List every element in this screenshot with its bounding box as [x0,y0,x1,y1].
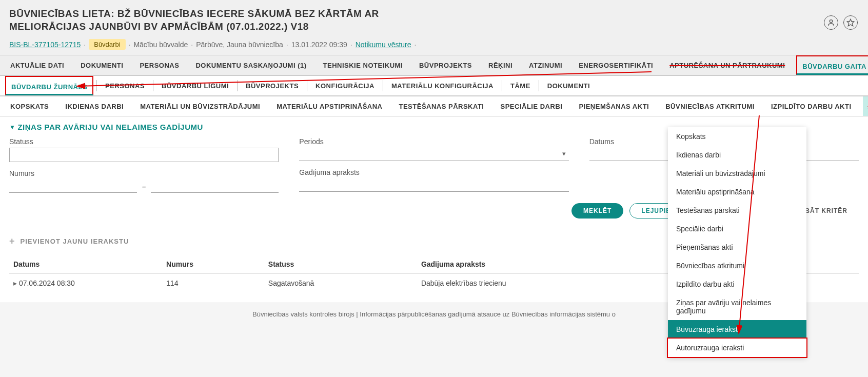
tab-dokumenti-2[interactable]: DOKUMENTI [542,76,595,95]
periods-select[interactable] [299,148,568,161]
th-numurs[interactable]: Numurs [162,255,264,274]
tab-kopskats[interactable]: KOPSKATS [5,96,54,116]
nav-level-3: KOPSKATS IKDIENAS DARBI MATERIĀLI UN BŪV… [0,96,868,116]
dropdown-item[interactable]: Ziņas par avāriju vai nelaimes gadījumu [668,293,806,320]
th-datums[interactable]: Datums [9,255,162,274]
range-dash: – [142,183,146,190]
user-icon[interactable] [824,15,838,30]
type-text: Pārbūve, Jauna būvniecība [196,41,283,49]
authority-text: Mācību būvvalde [133,41,188,49]
tab-buvprojekts-2[interactable]: BŪVPROJEKTS [241,76,304,95]
dropdown-item[interactable]: Kopskats [668,127,806,146]
add-record-label: PIEVIENOT JAUNU IERAKSTU [21,237,129,245]
caret-down-icon: ▼ [9,124,15,131]
tab-ikdienas[interactable]: IKDIENAS DARBI [60,96,129,116]
tab-specialie[interactable]: SPECIĀLIE DARBI [495,96,567,116]
nav-level-2: BŪVDARBU ŽURNĀLS PERSONAS BŪVDARBU LĪGUM… [0,75,868,96]
nav-level-1: AKTUĀLIE DATI DOKUMENTI PERSONAS DOKUMEN… [0,55,868,75]
tab-rekini[interactable]: RĒĶINI [483,55,518,75]
tab-izpildito[interactable]: IZPILDĪTO DARBU AKTI [766,96,857,116]
status-input[interactable] [9,148,279,162]
cell-datums: 07.06.2024 08:30 [9,274,162,293]
more-dropdown: KopskatsIkdienas darbiMateriāli un būviz… [668,127,806,325]
numurs-label: Numurs [9,169,279,177]
tab-energo[interactable]: ENERGOSERTIFIKĀTI [574,55,658,75]
status-badge: Būvdarbi [89,39,125,50]
tab-buvprojekts[interactable]: BŪVPROJEKTS [414,55,477,75]
tab-tame[interactable]: TĀME [505,76,536,95]
search-button[interactable]: MEKLĒT [571,203,623,219]
dropdown-item[interactable]: Būvniecības atkritumi [668,256,806,275]
plus-icon: + [9,236,15,247]
dropdown-item[interactable]: Izpildīto darbu akti [668,275,806,293]
cell-numurs: 114 [162,274,264,293]
tab-tehniskie[interactable]: TEHNISKIE NOTEIKUMI [318,55,408,75]
case-id-link[interactable]: BIS-BL-377105-12715 [9,41,81,49]
periods-label: Periods [299,137,568,146]
gadijuma-input[interactable] [299,178,568,192]
tab-dokumenti[interactable]: DOKUMENTI [75,55,128,75]
tab-personas-2[interactable]: PERSONAS [100,76,150,95]
tab-pienemsana[interactable]: PIEŅEMŠANAS AKTI [574,96,654,116]
tab-saskanojumi[interactable]: DOKUMENTU SASKAŅOJUMI (1) [190,55,311,75]
dropdown-item[interactable]: Ikdienas darbi [668,146,806,164]
tab-atkritumi[interactable]: BŪVNIECĪBAS ATKRITUMI [660,96,760,116]
star-icon[interactable] [843,15,858,30]
tab-ligumi[interactable]: BŪVDARBU LĪGUMI [156,76,234,95]
header-actions [824,15,858,30]
svg-point-0 [830,20,832,23]
dropdown-item[interactable]: Materiāli un būvizstrādājumi [668,164,806,183]
tab-aktualie[interactable]: AKTUĀLIE DATI [5,55,69,75]
page-title: BŪVNIECĪBAS LIETA: BŽ BŪVNIECĪBAS IECERE… [9,8,445,33]
dropdown-item[interactable]: Testēšanas pārskati [668,201,806,220]
dropdown-item[interactable]: Materiālu apstiprināšana [668,183,806,201]
status-label: Statuss [9,137,279,146]
tab-buvdarbu-zurnals[interactable]: BŪVDARBU ŽURNĀLS [5,76,93,95]
dropdown-item[interactable]: Speciālie darbi [668,220,806,238]
tab-buvdarbu-gaita[interactable]: BŪVDARBU GAITA [796,55,868,75]
tab-apturesana[interactable]: APTURĒŠANA UN PĀRTRAUKUMI [664,55,790,75]
subheader: BIS-BL-377105-12715 · Būvdarbi · Mācību … [9,39,859,50]
header: BŪVNIECĪBAS LIETA: BŽ BŪVNIECĪBAS IECERE… [0,0,868,55]
dropdown-item[interactable]: Pieņemšanas akti [668,238,806,256]
section-title: ZIŅAS PAR AVĀRIJU VAI NELAIMES GADĪJUMU [17,123,203,131]
tab-konfiguracija[interactable]: KONFIGURĀCIJA [310,76,380,95]
numurs-from-input[interactable] [9,180,137,193]
tab-testesana[interactable]: TESTĒŠANAS PĀRSKATI [393,96,489,116]
svg-marker-1 [847,19,854,26]
tab-apstiprinasana[interactable]: MATERIĀLU APSTIPRINĀŠANA [271,96,387,116]
history-link[interactable]: Notikumu vēsture [356,41,411,49]
tab-zinas-avarij[interactable]: ZIŅAS PAR AVĀRIJ [863,96,868,116]
tab-materiali[interactable]: MATERIĀLI UN BŪVIZSTRĀDĀJUMI [135,96,265,116]
tab-personas[interactable]: PERSONAS [134,55,184,75]
dropdown-item[interactable]: Būvuzrauga ieraksti [668,320,806,325]
numurs-to-input[interactable] [151,180,279,193]
th-statuss[interactable]: Statuss [264,255,417,274]
tab-atzinumi[interactable]: ATZINUMI [524,55,567,75]
tab-materialu-konfig[interactable]: MATERIĀLU KONFIGURĀCIJA [386,76,499,95]
date-text: 13.01.2022 09:39 [291,41,347,49]
gadijuma-label: Gadījuma apraksts [299,168,568,176]
cell-statuss: Sagatavošanā [264,274,417,293]
